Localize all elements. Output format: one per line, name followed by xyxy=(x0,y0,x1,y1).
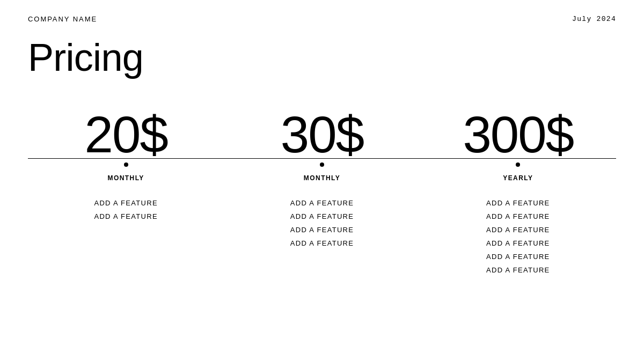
plan-price-2: 300$ xyxy=(463,109,573,160)
feature-item-2-3: ADD A FEATURE xyxy=(486,239,550,247)
feature-item-1-0: ADD A FEATURE xyxy=(290,199,354,207)
feature-item-1-1: ADD A FEATURE xyxy=(290,212,354,220)
plan-0: 20$MONTHLYADD A FEATUREADD A FEATURE xyxy=(28,109,224,274)
plan-dot-2 xyxy=(516,162,520,167)
feature-item-2-2: ADD A FEATURE xyxy=(486,226,550,234)
plan-price-0: 20$ xyxy=(84,109,167,160)
plan-period-0: MONTHLY xyxy=(108,174,144,182)
plan-dot-0 xyxy=(124,162,128,167)
plan-features-2: ADD A FEATUREADD A FEATUREADD A FEATUREA… xyxy=(486,199,550,274)
plan-price-1: 30$ xyxy=(281,109,363,160)
feature-item-2-1: ADD A FEATURE xyxy=(486,212,550,220)
feature-item-0-1: ADD A FEATURE xyxy=(94,212,158,220)
plan-2: 300$YEARLYADD A FEATUREADD A FEATUREADD … xyxy=(420,109,616,274)
plan-dot-1 xyxy=(320,162,324,167)
page-title: Pricing xyxy=(28,38,616,77)
header: COMPANY NAME July 2024 xyxy=(28,0,616,23)
page: COMPANY NAME July 2024 Pricing 20$MONTHL… xyxy=(0,0,644,362)
plan-period-1: MONTHLY xyxy=(304,174,340,182)
feature-item-2-4: ADD A FEATURE xyxy=(486,253,550,261)
plan-period-2: YEARLY xyxy=(503,174,533,182)
pricing-grid: 20$MONTHLYADD A FEATUREADD A FEATURE30$M… xyxy=(28,109,616,274)
feature-item-2-5: ADD A FEATURE xyxy=(486,266,550,274)
plan-1: 30$MONTHLYADD A FEATUREADD A FEATUREADD … xyxy=(224,109,420,274)
company-name: COMPANY NAME xyxy=(28,15,97,23)
plan-features-1: ADD A FEATUREADD A FEATUREADD A FEATUREA… xyxy=(290,199,354,247)
feature-item-0-0: ADD A FEATURE xyxy=(94,199,158,207)
feature-item-2-0: ADD A FEATURE xyxy=(486,199,550,207)
plan-features-0: ADD A FEATUREADD A FEATURE xyxy=(94,199,158,220)
date: July 2024 xyxy=(572,15,616,23)
feature-item-1-2: ADD A FEATURE xyxy=(290,226,354,234)
feature-item-1-3: ADD A FEATURE xyxy=(290,239,354,247)
